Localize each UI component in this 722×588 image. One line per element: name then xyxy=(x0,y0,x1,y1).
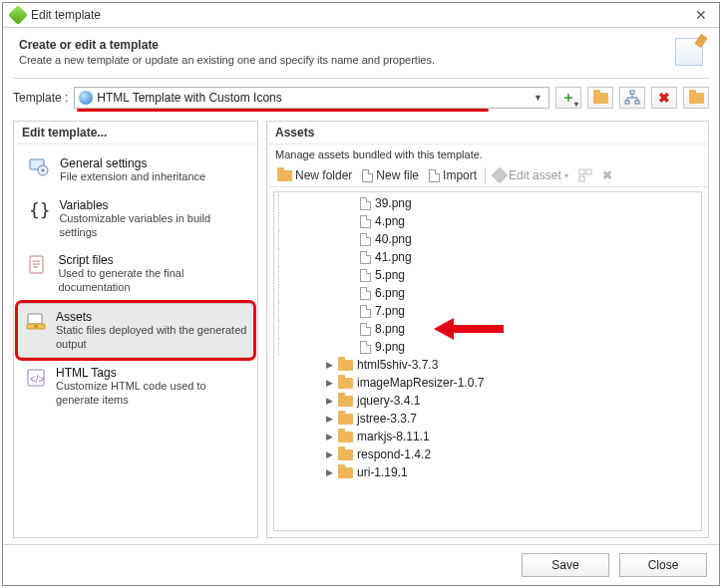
new-file-button[interactable]: New file xyxy=(358,167,423,183)
svg-rect-2 xyxy=(635,101,639,104)
tree-file[interactable]: 4.png xyxy=(274,212,701,230)
tree-folder[interactable]: ▶ uri-1.19.1 xyxy=(274,463,701,481)
footer: Save Close xyxy=(3,544,719,585)
tree-folder[interactable]: ▶ html5shiv-3.7.3 xyxy=(274,356,701,374)
tree-folder[interactable]: ▶ jquery-3.4.1 xyxy=(274,392,701,410)
tree-folder[interactable]: ▶ imageMapResizer-1.0.7 xyxy=(274,374,701,392)
delete-asset-button[interactable]: ✖ xyxy=(598,167,616,183)
nav-item-assets[interactable]: Assets Static files deployed with the ge… xyxy=(18,303,253,359)
delete-button[interactable]: ✖ xyxy=(651,87,677,109)
file-icon xyxy=(360,233,371,246)
pencil-icon xyxy=(492,167,509,184)
file-icon xyxy=(360,323,371,336)
tree-file[interactable]: 9.png xyxy=(274,338,701,356)
chevron-right-icon[interactable]: ▶ xyxy=(324,396,334,406)
chevron-right-icon[interactable]: ▶ xyxy=(324,360,334,370)
braces-icon: {} xyxy=(24,198,51,240)
folder-icon xyxy=(338,414,353,425)
tree-folder-name: html5shiv-3.7.3 xyxy=(357,358,438,372)
tree-file[interactable]: 5.png xyxy=(274,266,701,284)
settings-icon xyxy=(24,156,52,184)
hierarchy-button[interactable] xyxy=(619,87,645,109)
file-icon xyxy=(360,305,371,318)
tree-file[interactable]: 41.png xyxy=(274,248,701,266)
chevron-down-icon: ▼ xyxy=(532,93,544,103)
add-button[interactable]: ＋▾ xyxy=(555,87,581,109)
hierarchy-icon xyxy=(624,90,640,106)
svg-text:</>: </> xyxy=(30,374,45,385)
tree-file[interactable]: 40.png xyxy=(274,230,701,248)
tree-folder-name: jquery-3.4.1 xyxy=(357,394,420,408)
file-icon xyxy=(360,341,371,354)
nav-item-script-files[interactable]: Script files Used to generate the final … xyxy=(18,247,253,301)
chevron-right-icon[interactable]: ▶ xyxy=(324,449,334,459)
tree-file-name: 4.png xyxy=(375,214,405,228)
assets-icon xyxy=(24,310,48,352)
x-icon: ✖ xyxy=(602,168,612,182)
folder-icon xyxy=(338,378,353,389)
svg-rect-18 xyxy=(579,176,584,181)
right-panel-subtitle: Manage assets bundled with this template… xyxy=(267,145,708,164)
chevron-right-icon[interactable]: ▶ xyxy=(324,378,334,388)
annotation-underline xyxy=(77,109,489,112)
plus-icon: ＋▾ xyxy=(561,89,575,107)
tree-file-name: 7.png xyxy=(375,304,405,318)
edit-asset-label: Edit asset xyxy=(509,168,561,182)
globe-icon xyxy=(79,91,93,105)
tree-folder[interactable]: ▶ respond-1.4.2 xyxy=(274,445,701,463)
nav-item-desc: Customize HTML code used to generate ite… xyxy=(56,380,247,408)
window-title: Edit template xyxy=(31,8,685,22)
open-folder-button[interactable] xyxy=(587,87,613,109)
separator xyxy=(485,167,486,183)
layout-button[interactable] xyxy=(574,167,596,183)
svg-rect-13 xyxy=(34,325,38,328)
import-button[interactable]: Import xyxy=(425,167,481,183)
new-folder-button[interactable]: New folder xyxy=(273,167,356,183)
edit-asset-button[interactable]: Edit asset ▾ xyxy=(490,167,572,183)
new-folder-label: New folder xyxy=(295,168,352,182)
tree-file-name: 6.png xyxy=(375,286,405,300)
nav-item-general-settings[interactable]: General settings File extension and inhe… xyxy=(18,150,253,190)
tree-folder-name: jstree-3.3.7 xyxy=(357,412,417,426)
file-icon xyxy=(360,269,371,282)
tree-file[interactable]: 7.png xyxy=(274,302,701,320)
chevron-right-icon[interactable]: ▶ xyxy=(324,467,334,477)
tree-folder[interactable]: ▶ markjs-8.11.1 xyxy=(274,428,701,445)
nav-item-html-tags[interactable]: </> HTML Tags Customize HTML code used t… xyxy=(18,360,253,414)
tree-file[interactable]: 39.png xyxy=(274,194,701,212)
template-edit-icon xyxy=(675,38,703,66)
svg-rect-16 xyxy=(579,169,584,174)
tree-file[interactable]: 6.png xyxy=(274,284,701,302)
tree-folder-name: uri-1.19.1 xyxy=(357,465,408,479)
new-file-label: New file xyxy=(376,168,419,182)
tree-folder[interactable]: ▶ jstree-3.3.7 xyxy=(274,410,701,428)
file-icon xyxy=(360,197,371,210)
svg-point-5 xyxy=(42,169,45,172)
folder-icon xyxy=(338,432,353,442)
save-button[interactable]: Save xyxy=(522,553,609,577)
tree-folder-name: markjs-8.11.1 xyxy=(357,430,430,443)
header-subtitle: Create a new template or update an exist… xyxy=(19,54,667,66)
close-button[interactable]: Close xyxy=(619,553,707,577)
close-icon[interactable]: ✕ xyxy=(691,7,711,23)
tree-file[interactable]: 8.png xyxy=(274,320,701,338)
layout-icon xyxy=(578,168,592,182)
chevron-right-icon[interactable]: ▶ xyxy=(324,414,334,424)
nav-item-title: Script files xyxy=(58,253,247,267)
right-panel-title: Assets xyxy=(267,122,708,145)
svg-rect-11 xyxy=(28,314,42,324)
app-icon xyxy=(8,5,28,25)
template-dropdown[interactable]: HTML Template with Custom Icons ▼ xyxy=(74,87,549,109)
script-icon xyxy=(24,253,50,295)
chevron-right-icon[interactable]: ▶ xyxy=(324,432,334,441)
tags-icon: </> xyxy=(24,366,48,408)
dialog-edit-template: Edit template ✕ Create or edit a templat… xyxy=(2,2,720,586)
browse-folder-button[interactable] xyxy=(683,87,709,109)
asset-tree[interactable]: 39.png 4.png 40.png 41.png 5.png 6.png 7… xyxy=(273,191,702,531)
file-icon xyxy=(360,251,371,264)
file-icon xyxy=(360,287,371,300)
nav-item-variables[interactable]: {} Variables Customizable variables in b… xyxy=(18,192,253,246)
tree-file-name: 5.png xyxy=(375,268,405,282)
svg-rect-0 xyxy=(630,91,634,94)
chevron-down-icon: ▾ xyxy=(564,171,568,180)
